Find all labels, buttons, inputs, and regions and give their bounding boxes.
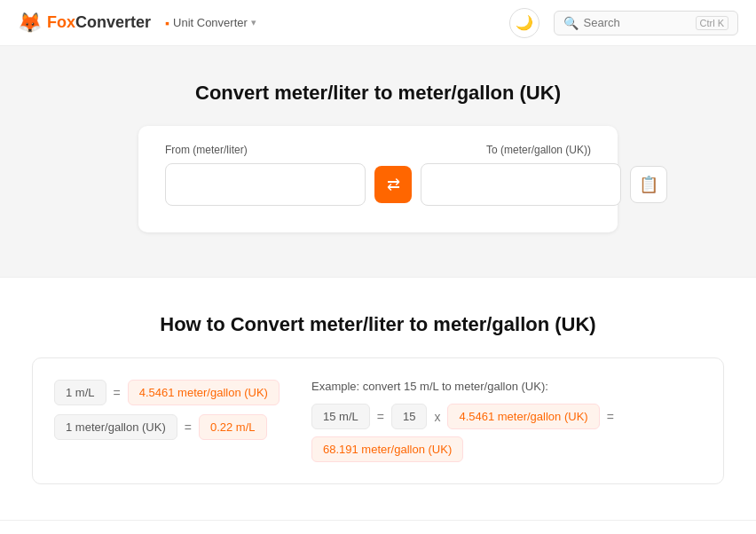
dark-mode-button[interactable]: 🌙	[509, 8, 539, 38]
from-label: From (meter/liter)	[165, 144, 248, 156]
breadcrumb-label: Unit Converter	[173, 16, 248, 29]
copy-button[interactable]: 📋	[630, 166, 667, 203]
converter-section: Convert meter/liter to meter/gallon (UK)…	[0, 46, 756, 277]
example-side: Example: convert 15 m/L to meter/gallon …	[311, 380, 702, 462]
ex-x: x	[434, 410, 440, 424]
howto-section: How to Convert meter/liter to meter/gall…	[0, 278, 756, 520]
swap-icon: ⇄	[387, 175, 400, 194]
search-input[interactable]	[584, 16, 690, 29]
moon-icon: 🌙	[516, 14, 533, 31]
formula-row-2: 1 meter/gallon (UK) = 0.22 m/L	[54, 414, 285, 440]
logo-fox-icon: 🦊	[18, 12, 42, 35]
converter-inputs: ⇄ 📋	[165, 163, 591, 206]
logo-fox-text: Fox	[47, 13, 75, 31]
ex-val-15: 15	[391, 404, 427, 429]
ex-eq-1: =	[377, 410, 384, 424]
chevron-down-icon: ▾	[251, 17, 256, 28]
logo[interactable]: 🦊 FoxConverter	[18, 12, 151, 35]
example-row: 15 m/L = 15 x 4.5461 meter/gallon (UK) =…	[311, 404, 702, 462]
formula-tag-4.5461: 4.5461 meter/gallon (UK)	[128, 380, 280, 405]
search-icon: 🔍	[563, 16, 579, 30]
logo-converter-text: Converter	[75, 13, 151, 31]
formula-tag-1m: 1 m/L	[54, 380, 106, 405]
search-shortcut: Ctrl K	[696, 16, 729, 30]
example-label: Example: convert 15 m/L to meter/gallon …	[311, 380, 702, 393]
howto-title: How to Convert meter/liter to meter/gall…	[18, 313, 738, 336]
converter-card: From (meter/liter) To (meter/gallon (UK)…	[138, 126, 618, 232]
swap-button[interactable]: ⇄	[374, 166, 412, 203]
ex-val-factor: 4.5461 meter/gallon (UK)	[447, 404, 599, 429]
from-input[interactable]	[165, 163, 366, 206]
ex-val-15ml: 15 m/L	[311, 404, 370, 429]
breadcrumb-icon: ▪	[165, 16, 169, 30]
ex-val-result: 68.191 meter/gallon (UK)	[311, 436, 463, 462]
logo-text: FoxConverter	[47, 13, 151, 32]
formula-equals-2: =	[185, 420, 192, 435]
formula-row-1: 1 m/L = 4.5461 meter/gallon (UK)	[54, 380, 285, 405]
ex-eq-2: =	[607, 410, 614, 424]
formula-equals-1: =	[114, 386, 121, 400]
clipboard-icon: 📋	[639, 175, 658, 194]
to-input[interactable]	[421, 163, 621, 206]
formula-side: 1 m/L = 4.5461 meter/gallon (UK) 1 meter…	[54, 380, 285, 462]
formula-tag-0.22: 0.22 m/L	[199, 414, 267, 440]
formula-tag-1gallon: 1 meter/gallon (UK)	[54, 414, 177, 440]
converter-title: Convert meter/liter to meter/gallon (UK)	[18, 82, 738, 105]
converter-labels: From (meter/liter) To (meter/gallon (UK)…	[165, 144, 591, 156]
to-label: To (meter/gallon (UK))	[486, 144, 591, 156]
howto-card: 1 m/L = 4.5461 meter/gallon (UK) 1 meter…	[32, 357, 724, 484]
breadcrumb[interactable]: ▪ Unit Converter ▾	[165, 16, 256, 30]
table-section: Meter/liter to meter/gallon (UK) Convers…	[0, 521, 756, 534]
navbar: 🦊 FoxConverter ▪ Unit Converter ▾ 🌙 🔍 Ct…	[0, 0, 756, 46]
search-bar[interactable]: 🔍 Ctrl K	[554, 11, 739, 35]
